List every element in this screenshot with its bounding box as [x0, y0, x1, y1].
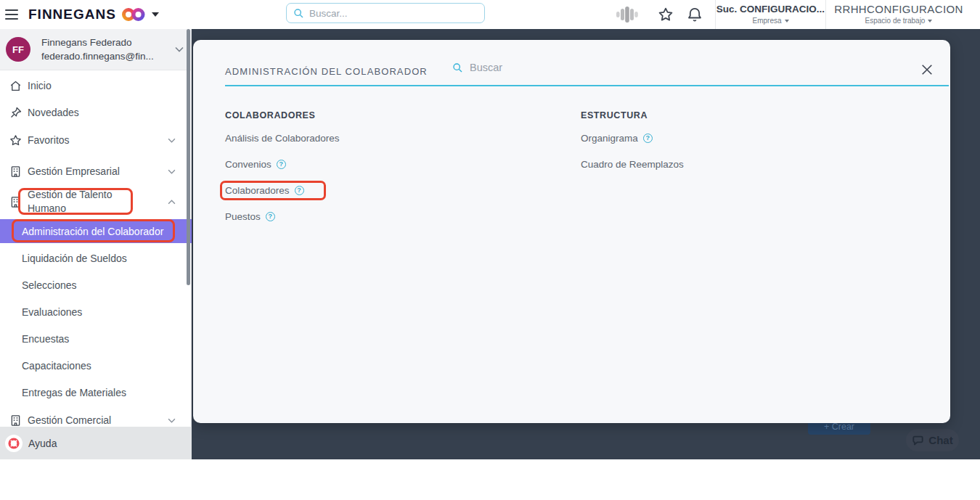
menu-item-cuadro-de-reemplazos[interactable]: Cuadro de Reemplazos [581, 157, 915, 171]
section-title: COLABORADORES [225, 110, 566, 122]
page-bottom-whitespace [0, 459, 980, 500]
chat-label: Chat [928, 434, 952, 446]
home-icon [8, 79, 23, 93]
sidebar-item-label: Inicio [28, 80, 52, 91]
portal-blob-icon[interactable] [614, 0, 640, 29]
help-label: Ayuda [28, 438, 57, 449]
building-icon [8, 414, 23, 427]
search-icon [452, 62, 463, 73]
module-menu-modal: ADMINISTRACIÓN DEL COLABORADOR COLABORAD… [193, 40, 950, 423]
sidebar-item-gestion-talento-humano[interactable]: Gestión de Talento Humano [0, 187, 192, 216]
finnegans-go-logo-icon [121, 6, 147, 23]
notifications-bell-icon[interactable] [684, 0, 706, 29]
app-body: FF Finnegans Federado federado.finnegans… [0, 29, 980, 459]
building-icon [8, 165, 23, 179]
sidebar-item-label: Capacitaciones [22, 360, 91, 372]
sidebar-item-label: Gestión Empresarial [28, 165, 120, 177]
chat-button[interactable]: Chat [906, 429, 959, 451]
sidebar-item-encuestas[interactable]: Encuestas [0, 330, 192, 348]
sidebar-item-label: Liquidación de Sueldos [22, 253, 127, 264]
section-title: ESTRUCTURA [581, 110, 915, 122]
help-icon[interactable]: ? [295, 186, 304, 195]
chevron-down-icon [168, 138, 176, 143]
menu-item-analisis-de-colaboradores[interactable]: Análisis de Colaboradores [225, 131, 566, 144]
building-icon [8, 195, 23, 209]
menu-item-convenios[interactable]: Convenios ? [225, 157, 566, 171]
sidebar: FF Finnegans Federado federado.finnegans… [0, 29, 192, 459]
user-name: Finnegans Federado [41, 36, 175, 49]
sidebar-item-inicio[interactable]: Inicio [0, 77, 192, 94]
help-button[interactable]: Ayuda [0, 427, 192, 459]
company-selector[interactable]: Suc. CONFIGURACIO... Empresa [716, 0, 825, 29]
global-search[interactable] [286, 3, 485, 23]
close-icon[interactable] [920, 62, 934, 77]
chevron-up-icon [168, 200, 176, 205]
modal-section-estructura: ESTRUCTURA Organigrama ? Cuadro de Reemp… [581, 85, 915, 184]
sidebar-item-favoritos[interactable]: Favoritos [0, 131, 192, 149]
help-icon[interactable]: ? [266, 212, 275, 221]
workspace-selector[interactable]: RRHHCONFIGURACION Espacio de trabajo [826, 0, 971, 29]
menu-item-organigrama[interactable]: Organigrama ? [581, 131, 915, 144]
modal-title: ADMINISTRACIÓN DEL COLABORADOR [225, 66, 428, 77]
chevron-down-icon [168, 169, 176, 174]
sidebar-item-capacitaciones[interactable]: Capacitaciones [0, 357, 192, 374]
search-icon [293, 7, 304, 19]
company-name: Suc. CONFIGURACIO... [716, 4, 825, 15]
workspace-name: RRHHCONFIGURACION [834, 4, 963, 15]
user-email: federado.finnegans@fin... [41, 49, 175, 63]
chevron-down-icon [168, 418, 176, 423]
lifebuoy-icon [5, 435, 23, 452]
menu-item-puestos[interactable]: Puestos ? [225, 210, 566, 223]
chevron-down-icon [928, 20, 932, 22]
sidebar-item-label: Gestión de Talento Humano [28, 188, 138, 216]
sidebar-item-label: Evaluaciones [22, 306, 82, 318]
sidebar-item-label: Selecciones [22, 279, 77, 291]
sidebar-item-label: Entregas de Materiales [22, 387, 126, 398]
modal-section-colaboradores: COLABORADORES Análisis de Colaboradores … [225, 85, 566, 236]
favorites-star-icon[interactable] [655, 0, 677, 29]
chevron-down-icon [175, 46, 184, 52]
company-type-label: Empresa [752, 17, 781, 25]
app-window: FINNEGANS [0, 0, 980, 500]
chevron-down-icon [785, 20, 789, 22]
chat-bubble-icon [912, 435, 924, 446]
sidebar-item-label: Encuestas [22, 333, 69, 345]
sidebar-scrollbar[interactable] [187, 29, 190, 285]
sidebar-item-administracion-del-colaborador[interactable]: Administración del Colaborador [0, 219, 192, 243]
sidebar-item-novedades[interactable]: Novedades [0, 104, 192, 121]
avatar: FF [6, 37, 30, 62]
sidebar-item-label: Novedades [28, 107, 79, 118]
top-header: FINNEGANS [0, 0, 980, 29]
modal-search[interactable] [452, 62, 687, 73]
menu-item-colaboradores[interactable]: Colaboradores ? [225, 184, 566, 197]
sidebar-item-entregas-de-materiales[interactable]: Entregas de Materiales [0, 384, 192, 401]
sidebar-item-label: Administración del Colaborador [22, 226, 163, 237]
sidebar-item-label: Gestión Comercial [28, 414, 111, 426]
sidebar-item-liquidacion-de-sueldos[interactable]: Liquidación de Sueldos [0, 250, 192, 267]
workspace-type-label: Espacio de trabajo [865, 17, 926, 25]
help-icon[interactable]: ? [643, 134, 653, 143]
sidebar-item-gestion-empresarial[interactable]: Gestión Empresarial [0, 163, 192, 180]
sidebar-item-selecciones[interactable]: Selecciones [0, 276, 192, 294]
dim-overlay: + Crear Chat ADMINISTRACIÓN DEL COLABORA… [192, 29, 980, 459]
sidebar-item-evaluaciones[interactable]: Evaluaciones [0, 303, 192, 321]
modal-search-input[interactable] [470, 62, 687, 73]
hamburger-menu-icon[interactable] [5, 9, 18, 20]
global-search-input[interactable] [309, 8, 478, 19]
help-icon[interactable]: ? [277, 160, 286, 169]
sidebar-item-label: Favoritos [28, 134, 70, 146]
brand-dropdown-caret-icon[interactable] [152, 12, 159, 17]
star-icon [8, 134, 23, 147]
pin-icon [8, 106, 23, 120]
brand-name: FINNEGANS [28, 7, 116, 22]
user-profile[interactable]: FF Finnegans Federado federado.finnegans… [0, 29, 191, 70]
brand-zone: FINNEGANS [5, 0, 159, 29]
